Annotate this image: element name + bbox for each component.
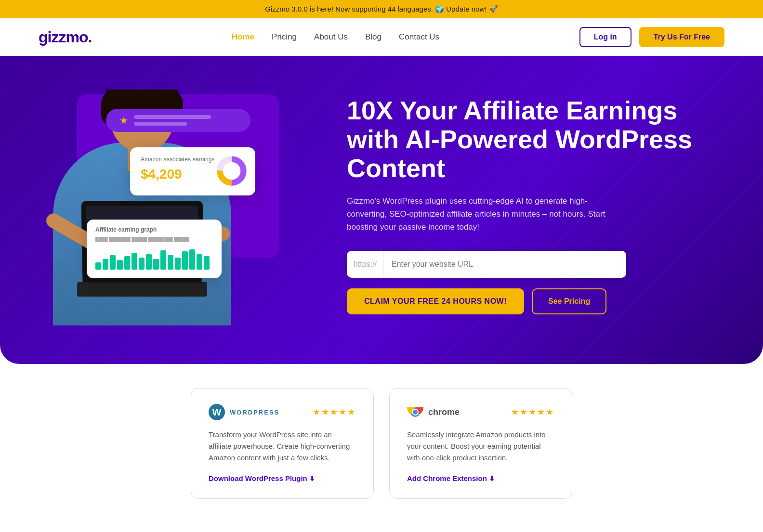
mini-table: ████ ███████ █████ ████████ █████ <box>95 237 213 242</box>
svg-rect-13 <box>160 250 166 270</box>
announcement-banner: Gizzmo 3.0.0 is here! Now supporting 44 … <box>0 0 763 18</box>
wordpress-logo: W WordPress <box>209 404 279 420</box>
svg-rect-14 <box>168 255 173 270</box>
laptop-base <box>77 282 207 297</box>
svg-rect-8 <box>124 256 130 270</box>
bar-line-short <box>134 122 187 126</box>
wordpress-stars: ★★★★★ <box>313 407 356 417</box>
svg-point-23 <box>413 410 418 415</box>
star-icon: ★ <box>119 115 128 126</box>
chrome-download-icon: ⬇ <box>489 475 495 482</box>
svg-rect-5 <box>103 259 108 270</box>
nav-actions: Log in Try Us For Free <box>579 27 724 47</box>
svg-rect-11 <box>146 254 152 270</box>
svg-rect-18 <box>197 254 202 270</box>
svg-rect-6 <box>110 255 116 270</box>
svg-rect-9 <box>132 253 137 270</box>
url-prefix: https:// <box>347 251 384 278</box>
svg-rect-16 <box>182 251 188 270</box>
wordpress-description: Transform your WordPress site into an af… <box>209 429 356 464</box>
login-button[interactable]: Log in <box>579 27 631 47</box>
wordpress-download-link[interactable]: Download WordPress Plugin ⬇ <box>209 474 315 482</box>
download-icon: ⬇ <box>309 475 315 482</box>
svg-rect-17 <box>189 249 195 270</box>
chrome-card-header: chrome ★★★★★ <box>407 404 554 420</box>
chrome-extension-link[interactable]: Add Chrome Extension ⬇ <box>407 474 495 482</box>
bar-lines <box>134 115 237 126</box>
cta-row: CLAIM YOUR FREE 24 HOURS NOW! See Pricin… <box>347 288 724 314</box>
mockup-container: ★ Amazon associates earnings $4,209 <box>39 85 318 325</box>
chrome-label: chrome <box>428 407 460 417</box>
chrome-logo: chrome <box>407 404 460 420</box>
svg-rect-12 <box>153 259 159 270</box>
graph-card-title: Affiliate earning graph <box>95 226 213 233</box>
url-input-row: https:// <box>347 251 626 278</box>
nav-link-contact[interactable]: Contact Us <box>399 32 439 41</box>
person-hair <box>106 90 178 109</box>
hero-mockup: ★ Amazon associates earnings $4,209 <box>39 85 318 325</box>
chrome-card: chrome ★★★★★ Seamlessly integrate Amazon… <box>389 388 572 499</box>
hero-content: 10X Your Affiliate Earnings with AI-Powe… <box>318 96 724 315</box>
hero-title: 10X Your Affiliate Earnings with AI-Powe… <box>347 96 724 183</box>
navbar: gizzmo. Home Pricing About Us Blog Conta… <box>0 18 763 56</box>
amazon-earnings-card: Amazon associates earnings $4,209 <box>130 147 255 195</box>
nav-link-about[interactable]: About Us <box>314 32 348 41</box>
see-pricing-button[interactable]: See Pricing <box>532 288 606 314</box>
logo[interactable]: gizzmo. <box>39 28 92 46</box>
wordpress-card-header: W WordPress ★★★★★ <box>209 404 356 420</box>
nav-item-home[interactable]: Home <box>232 32 254 42</box>
nav-item-about[interactable]: About Us <box>314 32 348 42</box>
wordpress-card: W WordPress ★★★★★ Transform your WordPre… <box>191 388 374 499</box>
svg-rect-19 <box>204 256 210 270</box>
chrome-description: Seamlessly integrate Amazon products int… <box>407 429 554 464</box>
nav-item-blog[interactable]: Blog <box>365 32 382 42</box>
svg-rect-10 <box>139 258 145 270</box>
nav-link-home[interactable]: Home <box>232 32 254 41</box>
hero-section: ★ Amazon associates earnings $4,209 <box>0 56 763 364</box>
bar-chart-mini <box>95 246 211 270</box>
try-free-button[interactable]: Try Us For Free <box>639 27 724 47</box>
claim-free-button[interactable]: CLAIM YOUR FREE 24 HOURS NOW! <box>347 288 524 314</box>
svg-rect-7 <box>117 260 123 270</box>
svg-rect-4 <box>95 262 101 270</box>
nav-item-contact[interactable]: Contact Us <box>399 32 439 42</box>
donut-chart <box>215 154 249 188</box>
nav-links: Home Pricing About Us Blog Contact Us <box>232 32 439 42</box>
bar-line-long <box>134 115 211 119</box>
nav-item-pricing[interactable]: Pricing <box>272 32 297 42</box>
wp-logo-icon: W <box>209 404 225 420</box>
affiliate-graph-card: Affiliate earning graph ████ ███████ ███… <box>87 220 222 278</box>
nav-link-blog[interactable]: Blog <box>365 32 382 41</box>
nav-link-pricing[interactable]: Pricing <box>272 32 297 41</box>
plugin-cards-section: W WordPress ★★★★★ Transform your WordPre… <box>0 364 763 528</box>
banner-text: Gizzmo 3.0.0 is here! Now supporting 44 … <box>265 5 498 13</box>
wordpress-label: WordPress <box>230 409 279 416</box>
star-bar-card: ★ <box>106 109 250 132</box>
chrome-stars: ★★★★★ <box>511 407 554 417</box>
hero-description: Gizzmo's WordPress plugin uses cutting-e… <box>347 195 617 234</box>
svg-rect-15 <box>175 258 181 270</box>
url-input[interactable] <box>384 251 626 278</box>
chrome-logo-icon <box>407 404 423 420</box>
